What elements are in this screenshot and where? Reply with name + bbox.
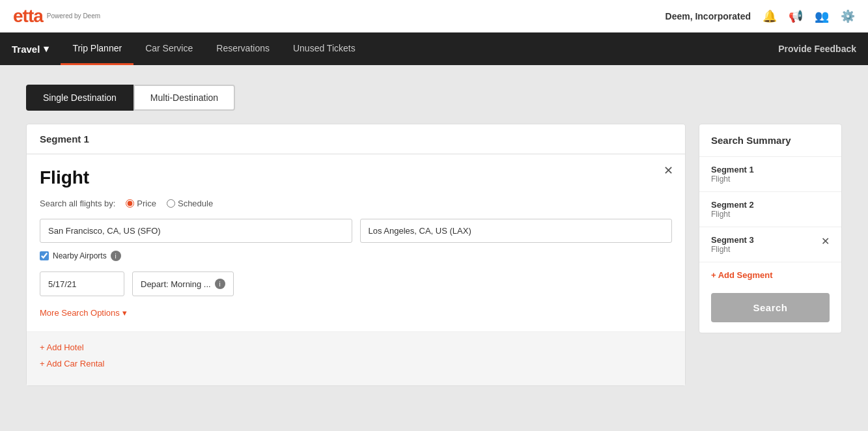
date-row: Depart: Morning ... i bbox=[40, 271, 672, 296]
gear-icon[interactable]: ⚙️ bbox=[841, 9, 855, 23]
nav-travel[interactable]: Travel ▾ bbox=[0, 33, 61, 65]
price-radio-label[interactable]: Price bbox=[126, 199, 156, 208]
from-airport-input[interactable] bbox=[40, 219, 352, 243]
nav-travel-label: Travel bbox=[12, 44, 40, 55]
nav-reservations[interactable]: Reservations bbox=[204, 33, 281, 65]
schedule-radio-label[interactable]: Schedule bbox=[167, 199, 213, 208]
search-by-label: Search all flights by: bbox=[40, 199, 115, 208]
close-segment-button[interactable]: ✕ bbox=[664, 163, 673, 178]
schedule-label: Schedule bbox=[178, 199, 213, 208]
date-input[interactable] bbox=[40, 271, 124, 296]
add-hotel-link[interactable]: + Add Hotel bbox=[40, 342, 672, 352]
nav-provide-feedback[interactable]: Provide Feedback bbox=[766, 33, 868, 65]
add-segment-button[interactable]: + Add Segment bbox=[699, 262, 785, 288]
price-label: Price bbox=[137, 199, 156, 208]
logo-text: etta bbox=[13, 6, 43, 27]
summary-segment-2: Segment 2 Flight bbox=[699, 192, 841, 227]
summary-seg-2-type: Flight bbox=[711, 210, 754, 219]
summary-seg-2-name: Segment 2 bbox=[711, 200, 754, 210]
search-by-row: Search all flights by: Price Schedule bbox=[40, 199, 672, 208]
price-radio[interactable] bbox=[126, 199, 134, 208]
megaphone-icon[interactable]: 📢 bbox=[789, 9, 803, 23]
more-search-options-link[interactable]: More Search Options ▾ bbox=[40, 308, 127, 318]
top-bar: etta Powered by Deem Deem, Incorporated … bbox=[0, 0, 868, 33]
remove-segment-3-button[interactable]: ✕ bbox=[821, 235, 830, 247]
segment-card: Segment 1 ✕ Flight Search all flights by… bbox=[26, 124, 686, 386]
summary-title: Search Summary bbox=[699, 124, 841, 157]
airports-row bbox=[40, 219, 672, 243]
summary-seg-3-name: Segment 3 bbox=[711, 235, 754, 245]
summary-seg-3-type: Flight bbox=[711, 245, 754, 254]
summary-segment-3: Segment 3 Flight ✕ bbox=[699, 227, 841, 262]
nav-unused-tickets[interactable]: Unused Tickets bbox=[281, 33, 367, 65]
summary-seg-1-name: Segment 1 bbox=[711, 165, 754, 174]
search-summary: Search Summary Segment 1 Flight Segment … bbox=[699, 124, 842, 333]
company-name: Deem, Incorporated bbox=[665, 11, 751, 21]
segment-header: Segment 1 bbox=[27, 124, 685, 154]
logo-area: etta Powered by Deem bbox=[13, 6, 100, 27]
logo-powered: Powered by Deem bbox=[47, 12, 100, 20]
nav-bar: Travel ▾ Trip Planner Car Service Reserv… bbox=[0, 33, 868, 65]
tab-multi-destination[interactable]: Multi-Destination bbox=[133, 85, 235, 111]
depart-time-select[interactable]: Depart: Morning ... i bbox=[132, 271, 234, 296]
depart-label: Depart: Morning ... bbox=[141, 279, 211, 289]
chevron-down-icon: ▾ bbox=[44, 43, 49, 55]
flight-title: Flight bbox=[40, 167, 672, 188]
nearby-airports-label: Nearby Airports bbox=[53, 251, 107, 260]
summary-segment-1: Segment 1 Flight bbox=[699, 157, 841, 192]
nav-trip-planner[interactable]: Trip Planner bbox=[61, 33, 133, 65]
segment-footer: + Add Hotel + Add Car Rental bbox=[27, 331, 685, 385]
nearby-airports-checkbox[interactable] bbox=[40, 251, 49, 260]
nav-car-service[interactable]: Car Service bbox=[133, 33, 204, 65]
nearby-airports-info-icon[interactable]: i bbox=[111, 251, 121, 261]
chevron-down-icon: ▾ bbox=[122, 308, 127, 318]
schedule-radio[interactable] bbox=[167, 199, 175, 208]
bell-icon[interactable]: 🔔 bbox=[763, 9, 777, 23]
top-right: Deem, Incorporated 🔔 📢 👥 ⚙️ bbox=[665, 9, 855, 23]
people-icon[interactable]: 👥 bbox=[815, 9, 829, 23]
nearby-airports-row: Nearby Airports i bbox=[40, 251, 672, 261]
layout-row: Segment 1 ✕ Flight Search all flights by… bbox=[26, 124, 842, 386]
tab-single-destination[interactable]: Single Destination bbox=[26, 85, 133, 111]
segment-header-label: Segment 1 bbox=[40, 133, 89, 145]
main-content: Single Destination Multi-Destination Seg… bbox=[0, 65, 868, 406]
segment-body: ✕ Flight Search all flights by: Price Sc… bbox=[27, 154, 685, 331]
summary-seg-1-type: Flight bbox=[711, 174, 754, 184]
to-airport-input[interactable] bbox=[360, 219, 673, 243]
destination-tabs: Single Destination Multi-Destination bbox=[26, 85, 842, 111]
info-icon-depart[interactable]: i bbox=[215, 279, 225, 289]
add-car-rental-link[interactable]: + Add Car Rental bbox=[40, 359, 672, 368]
search-button[interactable]: Search bbox=[711, 293, 830, 322]
